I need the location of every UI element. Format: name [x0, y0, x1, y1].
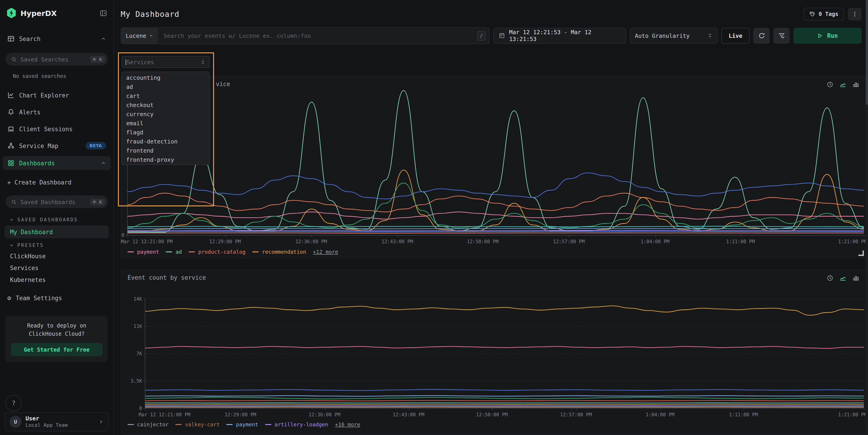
date-range-input[interactable]: Mar 12 12:21:53 - Mar 12 13:21:53	[493, 28, 626, 43]
plot-area[interactable]: 0	[127, 85, 864, 236]
dropdown-option-fraud-detection[interactable]: fraud-detection	[122, 137, 209, 146]
line-chart-toggle-icon[interactable]	[839, 275, 846, 281]
series-line	[145, 400, 864, 401]
section-saved-dashboards[interactable]: SAVED DASHBOARDS	[0, 215, 114, 224]
legend-item-ad[interactable]: ad	[166, 249, 182, 255]
legend-item-product-catalog[interactable]: product-catalog	[189, 249, 246, 255]
x-tick-label: 1:11:00 PM	[729, 412, 758, 417]
create-dashboard-button[interactable]: + Create Dashboard	[0, 176, 114, 188]
refresh-button[interactable]	[753, 28, 770, 43]
page-scrollbar[interactable]	[866, 0, 868, 435]
plot-area[interactable]: 14K11K7K3.5K0	[145, 299, 864, 409]
sidebar-item-alerts[interactable]: Alerts	[0, 106, 114, 118]
live-button[interactable]: Live	[721, 28, 750, 43]
chart-panel-1: vice 0 Mar 12 12:21:00 PM12:29:00 PM12:3…	[121, 76, 866, 258]
time-window-icon[interactable]	[827, 275, 833, 281]
user-team: Local App Team	[26, 422, 94, 429]
sidebar-item-team-settings[interactable]: ⚙ Team Settings	[0, 292, 114, 304]
scrollbar-thumb[interactable]	[866, 0, 868, 105]
x-tick-mark	[145, 408, 146, 410]
legend-more-link[interactable]: +16 more	[335, 421, 360, 428]
dropdown-option-email[interactable]: email	[122, 119, 209, 128]
y-tick-mark	[144, 353, 145, 354]
dashboard-menu-button[interactable]	[848, 8, 862, 21]
x-tick-label: 12:36:00 PM	[309, 412, 340, 417]
dropdown-option-cart[interactable]: cart	[122, 92, 209, 101]
chart-explorer-icon	[7, 92, 14, 99]
help-button[interactable]: ?	[5, 395, 22, 411]
sidebar-item-services[interactable]: Services	[0, 262, 114, 274]
sidebar-collapse-icon[interactable]	[100, 9, 107, 17]
bar-chart-toggle-icon[interactable]	[852, 275, 859, 281]
saved-dashboards-input[interactable]: Saved Dashboards ⌘ K	[5, 195, 108, 208]
panel-resize-handle[interactable]	[859, 251, 864, 256]
sidebar-item-clickhouse[interactable]: ClickHouse	[0, 250, 114, 262]
saved-searches-placeholder: Saved Searches	[21, 56, 87, 63]
x-tick-mark	[483, 235, 484, 237]
y-tick-mark	[144, 380, 145, 381]
user-menu[interactable]: U User Local App Team	[5, 412, 109, 431]
x-tick-mark	[864, 408, 864, 410]
services-select-input[interactable]: Services	[122, 56, 210, 68]
dropdown-option-currency[interactable]: currency	[122, 110, 209, 119]
dropdown-option-frontend-proxy[interactable]: frontend-proxy	[122, 155, 209, 164]
play-icon	[817, 33, 823, 38]
legend-item-recommendation[interactable]: recommendation	[252, 249, 306, 255]
dropdown-option-flagd[interactable]: flagd	[122, 128, 209, 137]
dropdown-option-accounting[interactable]: accounting	[122, 73, 209, 83]
granularity-select[interactable]: Auto Granularity	[630, 28, 718, 43]
legend-label: artillery-loadgen	[275, 421, 328, 428]
tags-button[interactable]: 0 Tags	[804, 8, 844, 21]
slash-shortcut-badge: /	[477, 31, 486, 40]
question-mark-icon: ?	[12, 400, 16, 407]
legend-item-payment[interactable]: payment	[226, 421, 258, 428]
sidebar-item-my-dashboard[interactable]: My Dashboard	[5, 225, 109, 238]
series-line	[145, 346, 864, 348]
dropdown-option-frontend[interactable]: frontend	[122, 146, 209, 155]
sidebar-item-client-sessions[interactable]: Client Sessions	[0, 123, 114, 135]
legend-item-artillery-loadgen[interactable]: artillery-loadgen	[265, 421, 328, 428]
y-tick-label: 11K	[133, 323, 142, 329]
sidebar-item-kubernetes[interactable]: Kubernetes	[0, 274, 114, 286]
legend-label: valkey-cart	[185, 421, 220, 428]
x-tick-mark	[127, 235, 128, 237]
legend-label: product-catalog	[198, 249, 246, 255]
series-line	[145, 397, 864, 399]
legend-swatch	[265, 424, 272, 425]
event-search-input[interactable]: Search your events w/ Lucene ex. column:…	[158, 32, 477, 39]
calendar-icon	[499, 32, 505, 39]
kebab-icon	[851, 11, 858, 17]
sidebar-item-chart-explorer[interactable]: Chart Explorer	[0, 89, 114, 101]
section-presets[interactable]: PRESETS	[0, 240, 114, 250]
x-tick-label: 1:21:00 PM	[838, 239, 867, 244]
dropdown-option-ad[interactable]: ad	[122, 83, 209, 92]
dropdown-option-load-generator[interactable]: load-generator	[122, 164, 209, 165]
x-tick-label: 1:21:00 PM	[838, 412, 867, 417]
get-started-button[interactable]: Get Started for Free	[11, 343, 102, 356]
x-tick-mark	[398, 235, 398, 237]
series-line-ad	[127, 90, 864, 232]
legend-item-cainjector[interactable]: cainjector	[127, 421, 169, 428]
sidebar-item-label: Alerts	[19, 108, 106, 116]
run-button[interactable]: Run	[793, 28, 862, 43]
main-content: My Dashboard 0 Tags Lucene	[114, 0, 868, 435]
query-language-select[interactable]: Lucene	[121, 28, 158, 43]
legend-more-link[interactable]: +12 more	[313, 249, 338, 255]
dropdown-option-checkout[interactable]: checkout	[122, 101, 209, 110]
x-tick-mark	[741, 235, 741, 237]
sidebar: HyperDX Search Saved Searches ⌘ K No sav…	[0, 0, 114, 435]
sidebar-item-service-map[interactable]: Service Map BETA	[0, 140, 114, 152]
filter-edit-button[interactable]	[773, 28, 790, 43]
x-tick-mark	[409, 408, 409, 410]
sidebar-item-dashboards[interactable]: Dashboards	[3, 156, 111, 170]
legend-item-valkey-cart[interactable]: valkey-cart	[176, 421, 220, 428]
x-tick-label: Mar 12 12:21:00 PM	[121, 239, 173, 244]
event-search-box[interactable]: Lucene Search your events w/ Lucene ex. …	[121, 27, 490, 44]
y-tick-mark	[144, 326, 145, 327]
laptop-icon	[7, 125, 14, 132]
series-line-product-catalog	[127, 193, 864, 212]
legend-item-payment[interactable]: payment	[127, 249, 159, 255]
saved-searches-input[interactable]: Saved Searches ⌘ K	[5, 53, 108, 66]
series-line	[127, 228, 864, 229]
sidebar-item-search[interactable]: Search	[0, 33, 114, 44]
